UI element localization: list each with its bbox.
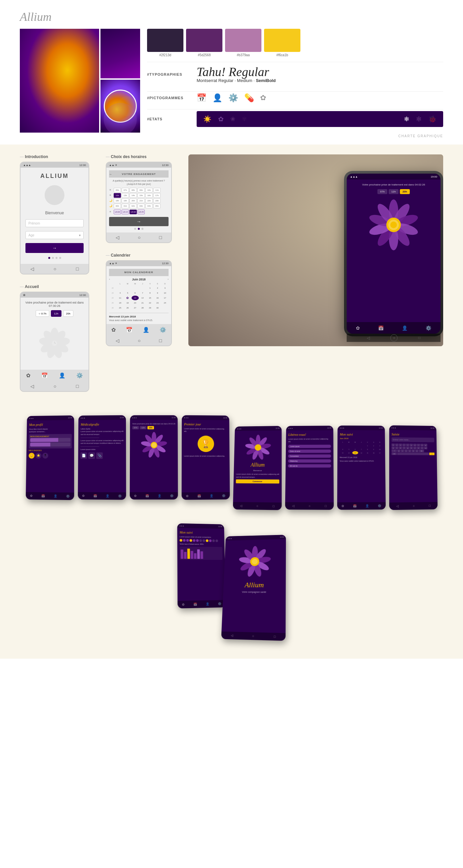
c-7[interactable]: 7 <box>139 291 146 295</box>
nav-flower-m[interactable]: ✿ <box>82 494 85 497</box>
key-s[interactable]: s <box>395 446 398 449</box>
c-28[interactable]: 28 <box>139 306 146 310</box>
chip-17h[interactable]: 17h <box>153 193 161 198</box>
chip-09h[interactable]: 09h <box>137 188 145 192</box>
key-g[interactable]: g <box>406 447 409 450</box>
nav-msc-4[interactable]: ⚙️ <box>377 504 381 507</box>
c-19[interactable]: 19 <box>124 301 131 305</box>
nav-spl-1[interactable]: ◁ <box>231 634 233 638</box>
gear-nav-cal[interactable]: ⚙️ <box>160 327 166 333</box>
chip-19h[interactable]: 19h <box>122 198 129 203</box>
nav-ms2-4[interactable]: ⚙️ <box>218 602 222 606</box>
nav-sp-3[interactable]: □ <box>272 505 274 508</box>
key-space[interactable] <box>397 452 429 455</box>
key-j[interactable]: j <box>413 447 417 450</box>
key-backspace[interactable]: ⌫ <box>419 450 424 452</box>
hp-chip-07[interactable]: 07h <box>132 426 139 430</box>
nav-gear-p[interactable]: ⚙️ <box>66 495 69 498</box>
c-17[interactable]: 17 <box>161 296 169 300</box>
cmc-3[interactable]: 3 <box>377 444 383 447</box>
time-12h-active[interactable]: 12h <box>51 310 61 317</box>
c-1[interactable]: 1 <box>146 286 154 290</box>
c-16[interactable]: 16 <box>154 296 161 300</box>
nav-clav-2[interactable]: ○ <box>413 504 415 507</box>
confirm-btn-h[interactable]: → <box>109 217 169 226</box>
samsung-nav-cal[interactable]: 📅 <box>378 326 384 331</box>
c-10[interactable]: 10 <box>161 291 169 295</box>
c-5[interactable]: 5 <box>124 291 131 295</box>
nav-flower-p[interactable]: ✿ <box>30 494 32 497</box>
c-24[interactable]: 24 <box>161 301 169 305</box>
key-p[interactable]: p <box>424 444 427 446</box>
chip-13h[interactable]: 13h <box>122 193 129 198</box>
c-21[interactable]: 21 <box>139 301 146 305</box>
c-3[interactable]: 3 <box>161 286 169 290</box>
c-23[interactable]: 23 <box>154 301 161 305</box>
nav-gear-m[interactable]: ⚙️ <box>118 494 122 498</box>
chip-01h[interactable]: 01h <box>122 204 129 208</box>
chip-11h[interactable]: 11h <box>153 188 161 192</box>
nav-pj-3[interactable]: 👤 <box>209 494 213 497</box>
c-30[interactable]: 30 <box>154 306 161 310</box>
key-h[interactable]: h <box>409 447 413 450</box>
key-f[interactable]: f <box>402 446 405 449</box>
c-4[interactable]: 4 <box>117 291 124 295</box>
key-x[interactable]: x <box>401 450 404 452</box>
cal-nav-cal[interactable]: 📅 <box>126 327 133 333</box>
square-nav[interactable]: □ <box>76 383 79 389</box>
cmc-14[interactable]: 14 <box>358 451 364 454</box>
c-12[interactable]: ✿ <box>124 296 131 300</box>
chip-22h[interactable]: 22h <box>145 198 153 203</box>
calendar-nav-icon[interactable]: 📅 <box>41 372 48 379</box>
key-u[interactable]: u <box>413 444 417 446</box>
cal-next[interactable]: › <box>168 278 169 281</box>
cmc-10[interactable]: 10 <box>377 448 383 451</box>
key-c[interactable]: c <box>404 450 407 452</box>
nav-msc-3[interactable]: 👤 <box>365 504 369 507</box>
nav-pj-4[interactable]: ⚙️ <box>222 494 225 497</box>
samsung-square-btn[interactable]: □ <box>419 336 420 340</box>
key-enter[interactable]: ↵ <box>429 453 434 455</box>
chip-15h[interactable]: 15h <box>137 193 145 198</box>
chip-05h[interactable]: 05h <box>114 188 121 192</box>
nav-pj-1[interactable]: ✿ <box>186 494 188 498</box>
nav-clav-1[interactable]: ◁ <box>396 504 399 507</box>
nav-person-p[interactable]: 👤 <box>54 494 57 498</box>
nav-ms2-1[interactable]: ✿ <box>182 603 185 606</box>
c-6[interactable]: 6 <box>132 291 139 295</box>
samsung-nav-gear[interactable]: ⚙️ <box>426 326 431 331</box>
key-l[interactable]: l <box>420 447 424 450</box>
square-cal[interactable]: □ <box>159 338 162 343</box>
cmc-15[interactable]: 15 <box>365 451 370 454</box>
key-y[interactable]: y <box>409 444 413 446</box>
c-18[interactable]: 18 <box>117 301 124 305</box>
chip-04h[interactable]: 04h <box>145 204 153 208</box>
nav-cal-m[interactable]: 📅 <box>93 494 97 497</box>
square-icon[interactable]: □ <box>76 266 79 272</box>
nav-sp-1[interactable]: ◁ <box>240 504 242 507</box>
c-8[interactable]: 8 <box>146 291 154 295</box>
c-11[interactable]: 11 <box>117 296 124 300</box>
person-nav-cal[interactable]: 👤 <box>143 327 150 333</box>
gear-nav-icon[interactable]: ⚙️ <box>76 372 83 379</box>
chip-21h[interactable]: 21h <box>137 198 145 203</box>
key-shift[interactable]: ⇧ <box>391 450 397 452</box>
cmc-6[interactable]: 6 <box>352 448 358 451</box>
nav-lib-2[interactable]: ○ <box>309 504 311 507</box>
key-w[interactable]: w <box>397 450 400 452</box>
chip-18h[interactable]: 18h <box>114 198 121 203</box>
samsung-home-btn[interactable]: ○ <box>390 334 398 342</box>
cmc-12[interactable]: 12 <box>346 451 352 454</box>
chip-00h[interactable]: 00h <box>114 204 121 208</box>
nav-spl-3[interactable]: □ <box>274 635 276 639</box>
c-2[interactable]: 2 <box>154 286 161 290</box>
back-btn-h[interactable]: ← <box>109 172 113 176</box>
c-15[interactable]: 15 <box>146 296 154 300</box>
cmc-7[interactable]: 7 <box>358 448 364 451</box>
hp-chip-20-active[interactable]: 20h <box>147 426 154 430</box>
c-25[interactable]: 25 <box>117 306 124 310</box>
time-07h[interactable]: ○ 0:7h <box>36 310 49 317</box>
hp-chip-12[interactable]: 12h <box>140 426 146 430</box>
chip-14h[interactable]: 14h <box>130 193 137 198</box>
samsung-chip-07h[interactable]: 07h <box>377 189 387 194</box>
